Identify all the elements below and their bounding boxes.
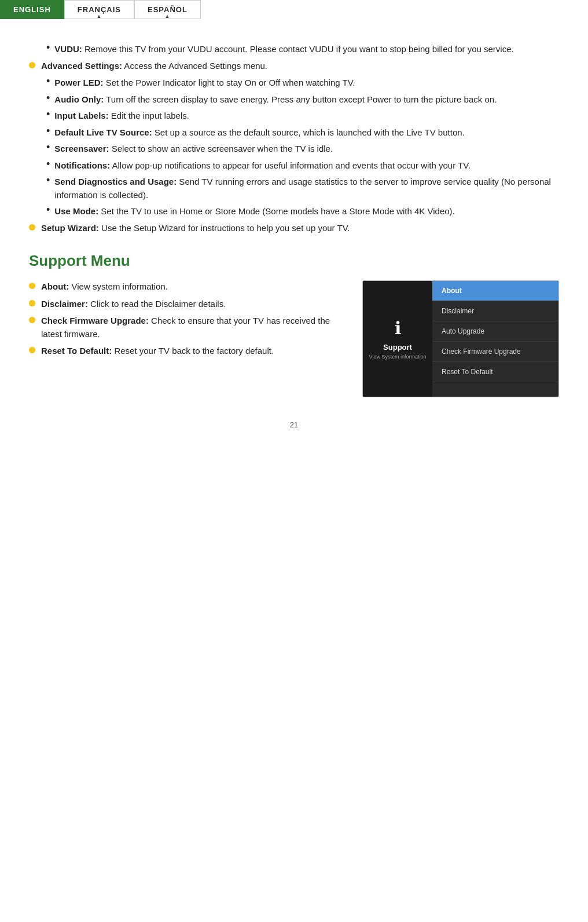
screensaver-label: Screensaver: — [54, 144, 109, 153]
advanced-settings-item: Advanced Settings: Access the Advanced S… — [29, 60, 559, 73]
setup-wizard-bullet — [29, 224, 35, 231]
power-led-bullet: • — [46, 75, 50, 87]
screensaver-text: Screensaver: Select to show an active sc… — [54, 142, 333, 156]
tv-menu-item-disclaimer[interactable]: Disclaimer — [432, 301, 558, 321]
notifications-item: • Notifications: Allow pop-up notificati… — [46, 159, 559, 173]
default-live-tv-item: • Default Live TV Source: Set up a sourc… — [46, 126, 559, 140]
check-firmware-label: Check Firmware Upgrade: — [41, 316, 149, 325]
setup-wizard-label: Setup Wizard: — [41, 223, 99, 233]
audio-only-item: • Audio Only: Turn off the screen displa… — [46, 93, 559, 107]
lang-tab-espanol-label: ESPAÑOL — [148, 5, 188, 14]
reset-to-default-label: Reset To Default: — [41, 346, 112, 356]
notifications-label: Notifications: — [54, 160, 110, 170]
vudu-body: Remove this TV from your VUDU account. P… — [82, 44, 514, 54]
tv-menu-item-auto-upgrade[interactable]: Auto Upgrade — [432, 321, 558, 342]
power-led-label: Power LED: — [54, 78, 103, 87]
send-diagnostics-text: Send Diagnostics and Usage: Send TV runn… — [54, 175, 559, 202]
disclaimer-bullet — [29, 300, 35, 306]
tv-menu: About Disclaimer Auto Upgrade Check Firm… — [432, 281, 558, 397]
francais-arrow: ▲ — [96, 13, 102, 19]
use-mode-text: Use Mode: Set the TV to use in Home or S… — [54, 205, 454, 218]
support-bullets: About: View system information. Disclaim… — [29, 280, 345, 362]
screensaver-bullet: • — [46, 141, 50, 153]
default-live-tv-bullet: • — [46, 125, 50, 137]
advanced-settings-bullet — [29, 62, 35, 68]
page-number: 21 — [29, 420, 559, 429]
default-live-tv-label: Default Live TV Source: — [54, 127, 152, 137]
use-mode-label: Use Mode: — [54, 206, 98, 216]
tv-menu-item-check-firmware[interactable]: Check Firmware Upgrade — [432, 342, 558, 362]
setup-wizard-body: Use the Setup Wizard for instructions to… — [99, 223, 350, 233]
input-labels-bullet: • — [46, 108, 50, 120]
advanced-settings-text: Advanced Settings: Access the Advanced S… — [41, 60, 267, 73]
tv-sidebar-label: Support — [383, 343, 412, 352]
advanced-settings-body: Access the Advanced Settings menu. — [122, 61, 267, 71]
tv-sidebar-icon: ℹ — [395, 318, 401, 338]
send-diagnostics-label: Send Diagnostics and Usage: — [54, 177, 177, 186]
about-bullet — [29, 283, 35, 289]
advanced-settings-sub-list: • Power LED: Set the Power Indicator lig… — [46, 76, 559, 218]
language-tabs: ENGLISH FRANÇAIS ▲ ESPAÑOL ▲ — [0, 0, 201, 19]
reset-to-default-text: Reset To Default: Reset your TV back to … — [41, 345, 274, 358]
about-item: About: View system information. — [29, 280, 345, 294]
lang-tab-english-label: ENGLISH — [13, 5, 51, 14]
espanol-arrow: ▲ — [164, 13, 170, 19]
setup-wizard-item: Setup Wizard: Use the Setup Wizard for i… — [29, 222, 559, 235]
disclaimer-text: Disclaimer: Click to read the Disclaimer… — [41, 298, 226, 311]
tv-sidebar-sublabel: View System information — [369, 354, 427, 360]
lang-tab-espanol[interactable]: ESPAÑOL ▲ — [134, 0, 201, 19]
send-diagnostics-bullet: • — [46, 174, 50, 186]
check-firmware-bullet — [29, 317, 35, 323]
reset-to-default-bullet — [29, 347, 35, 353]
input-labels-text: Input Labels: Edit the input labels. — [54, 109, 189, 123]
setup-wizard-text: Setup Wizard: Use the Setup Wizard for i… — [41, 222, 350, 235]
vudu-bullet: • — [46, 42, 50, 54]
power-led-item: • Power LED: Set the Power Indicator lig… — [46, 76, 559, 90]
about-text: About: View system information. — [41, 280, 168, 294]
notifications-bullet: • — [46, 158, 50, 170]
vudu-section: • VUDU: Remove this TV from your VUDU ac… — [46, 43, 559, 56]
default-live-tv-text: Default Live TV Source: Set up a source … — [54, 126, 464, 140]
use-mode-bullet: • — [46, 204, 50, 216]
lang-tab-english[interactable]: ENGLISH — [0, 0, 64, 19]
disclaimer-item: Disclaimer: Click to read the Disclaimer… — [29, 298, 345, 311]
input-labels-label: Input Labels: — [54, 111, 108, 120]
audio-only-text: Audio Only: Turn off the screen display … — [54, 93, 497, 107]
notifications-text: Notifications: Allow pop-up notification… — [54, 159, 471, 173]
about-label: About: — [41, 281, 69, 291]
tv-menu-item-about[interactable]: About — [432, 281, 558, 301]
reset-to-default-item: Reset To Default: Reset your TV back to … — [29, 345, 345, 358]
support-menu-heading: Support Menu — [29, 252, 559, 270]
use-mode-item: • Use Mode: Set the TV to use in Home or… — [46, 205, 559, 218]
advanced-settings-label: Advanced Settings: — [41, 61, 122, 71]
vudu-text: VUDU: Remove this TV from your VUDU acco… — [54, 43, 513, 56]
vudu-label: VUDU: — [54, 44, 82, 54]
lang-tab-francais-label: FRANÇAIS — [78, 5, 121, 14]
tv-menu-item-reset-to-default[interactable]: Reset To Default — [432, 362, 558, 382]
tv-sidebar: ℹ Support View System information — [363, 281, 432, 397]
send-diagnostics-item: • Send Diagnostics and Usage: Send TV ru… — [46, 175, 559, 202]
support-section: About: View system information. Disclaim… — [29, 280, 559, 397]
main-content: • VUDU: Remove this TV from your VUDU ac… — [0, 0, 588, 464]
screensaver-item: • Screensaver: Select to show an active … — [46, 142, 559, 156]
tv-ui-screenshot: ℹ Support View System information About … — [362, 280, 559, 397]
vudu-item: • VUDU: Remove this TV from your VUDU ac… — [46, 43, 559, 56]
lang-tab-francais[interactable]: FRANÇAIS ▲ — [64, 0, 134, 19]
input-labels-item: • Input Labels: Edit the input labels. — [46, 109, 559, 123]
power-led-text: Power LED: Set the Power Indicator light… — [54, 76, 355, 90]
check-firmware-item: Check Firmware Upgrade: Check to ensure … — [29, 314, 345, 341]
audio-only-label: Audio Only: — [54, 94, 104, 104]
tv-ui-inner: ℹ Support View System information About … — [363, 281, 558, 397]
check-firmware-text: Check Firmware Upgrade: Check to ensure … — [41, 314, 345, 341]
disclaimer-label: Disclaimer: — [41, 299, 88, 309]
audio-only-bullet: • — [46, 92, 50, 104]
